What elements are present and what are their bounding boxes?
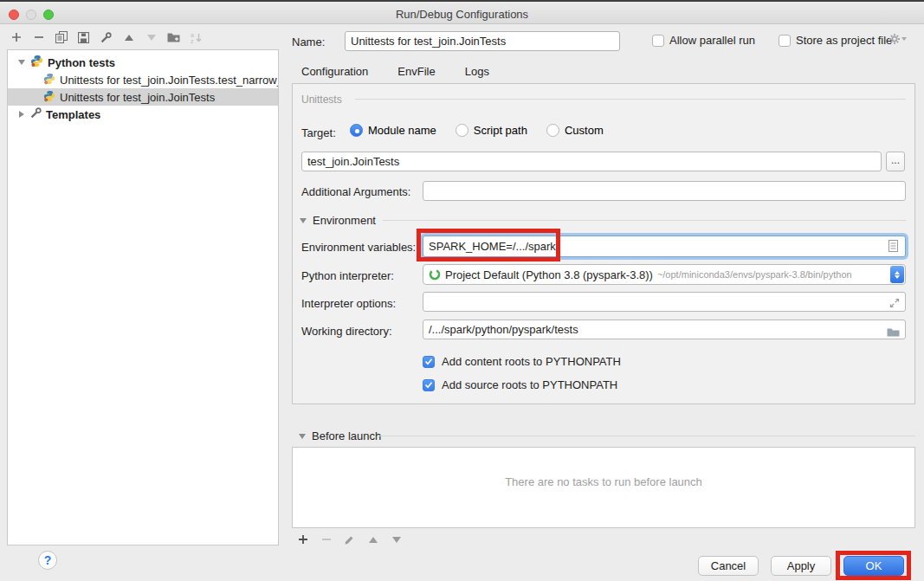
interpreter-options-input[interactable] bbox=[423, 292, 906, 312]
ok-button[interactable]: OK bbox=[843, 556, 904, 576]
module-name-input[interactable] bbox=[301, 152, 882, 171]
add-source-roots-label: Add source roots to PYTHONPATH bbox=[442, 378, 617, 391]
remove-configuration-icon[interactable] bbox=[31, 29, 46, 45]
tree-item-templates[interactable]: Templates bbox=[8, 106, 278, 123]
radio-button[interactable] bbox=[350, 124, 363, 137]
collapse-triangle-icon[interactable] bbox=[299, 434, 306, 439]
before-launch-toolbar bbox=[295, 532, 404, 547]
radio-label: Script path bbox=[474, 124, 527, 137]
environment-variables-input[interactable] bbox=[423, 236, 906, 257]
copy-configuration-icon[interactable] bbox=[54, 29, 68, 45]
radio-label: Module name bbox=[368, 124, 436, 137]
working-directory-input[interactable] bbox=[423, 320, 906, 339]
checkbox-box[interactable] bbox=[652, 35, 664, 47]
move-down-icon[interactable] bbox=[144, 29, 158, 45]
add-content-roots-label: Add content roots to PYTHONPATH bbox=[442, 355, 621, 368]
radio-module-name[interactable]: Module name bbox=[350, 124, 436, 137]
radio-custom[interactable]: Custom bbox=[546, 124, 604, 137]
collapse-arrow-icon[interactable] bbox=[18, 60, 25, 65]
folder-icon[interactable] bbox=[887, 325, 900, 340]
environment-variables-label: Environment variables: bbox=[301, 241, 416, 254]
window-title: Run/Debug Configurations bbox=[0, 8, 924, 21]
title-bar: Run/Debug Configurations bbox=[0, 3, 924, 24]
collapse-triangle-icon[interactable] bbox=[300, 218, 307, 223]
tree-item-label: Templates bbox=[46, 108, 100, 121]
before-launch-label: Before launch bbox=[312, 429, 381, 442]
checkbox-box[interactable] bbox=[779, 35, 791, 47]
radio-button[interactable] bbox=[546, 124, 559, 137]
interpreter-options-label: Interpreter options: bbox=[301, 297, 396, 310]
additional-arguments-label: Additional Arguments: bbox=[301, 185, 410, 198]
chevron-down-icon bbox=[901, 37, 907, 41]
radio-label: Custom bbox=[565, 124, 604, 137]
divider bbox=[355, 99, 906, 100]
conda-ring-icon bbox=[429, 268, 441, 281]
add-source-roots-checkbox[interactable]: Add source roots to PYTHONPATH bbox=[423, 378, 617, 391]
name-label: Name: bbox=[292, 36, 325, 48]
tree-item-label: Python tests bbox=[48, 56, 115, 69]
gear-icon bbox=[888, 33, 901, 45]
name-input[interactable] bbox=[345, 31, 620, 51]
python-interpreter-label: Python interpreter: bbox=[301, 269, 394, 282]
sort-alphabetically-icon[interactable]: az bbox=[189, 29, 204, 45]
store-as-project-file-label: Store as project file bbox=[796, 34, 892, 47]
checkbox-checked-box[interactable] bbox=[423, 379, 435, 391]
configurations-toolbar: az bbox=[9, 29, 204, 47]
before-launch-task-list: There are no tasks to run before launch bbox=[292, 447, 915, 528]
target-label: Target: bbox=[301, 126, 336, 139]
cancel-button[interactable]: Cancel bbox=[698, 556, 759, 576]
working-directory-label: Working directory: bbox=[301, 325, 392, 338]
save-configuration-icon[interactable] bbox=[76, 29, 91, 45]
select-stepper-icon[interactable] bbox=[890, 266, 904, 283]
before-launch-empty-text: There are no tasks to run before launch bbox=[293, 475, 914, 488]
add-task-icon[interactable] bbox=[295, 532, 310, 547]
allow-parallel-run-label: Allow parallel run bbox=[669, 34, 755, 47]
svg-text:z: z bbox=[191, 38, 194, 43]
browse-module-button[interactable]: ... bbox=[886, 152, 905, 171]
target-radio-group: Module name Script path Custom bbox=[350, 124, 616, 137]
tree-item-test-narrow[interactable]: Unittests for test_join.JoinTests.test_n… bbox=[8, 71, 278, 88]
run-debug-configurations-dialog: Run/Debug Configurations az Python tests bbox=[0, 0, 924, 581]
allow-parallel-run-checkbox[interactable]: Allow parallel run bbox=[652, 34, 755, 47]
environment-group-label: Environment bbox=[313, 214, 376, 227]
expand-arrow-icon[interactable] bbox=[19, 111, 24, 118]
divider bbox=[378, 436, 915, 436]
configurations-tree: Python tests Unittests for test_join.Joi… bbox=[7, 49, 279, 545]
divider bbox=[383, 220, 906, 221]
radio-script-path[interactable]: Script path bbox=[456, 124, 527, 137]
configuration-panel: Unittests Target: Module name Script pat… bbox=[292, 83, 915, 404]
env-list-icon[interactable] bbox=[888, 240, 898, 255]
edit-templates-wrench-icon[interactable] bbox=[99, 29, 113, 45]
tree-item-python-tests[interactable]: Python tests bbox=[8, 54, 278, 71]
apply-button[interactable]: Apply bbox=[771, 556, 831, 576]
tree-item-label: Unittests for test_join.JoinTests bbox=[60, 91, 215, 104]
move-task-up-icon[interactable] bbox=[365, 532, 380, 547]
store-as-project-file-checkbox[interactable]: Store as project file bbox=[779, 34, 892, 47]
python-interpreter-path: ~/opt/miniconda3/envs/pyspark-3.8/bin/py… bbox=[657, 269, 905, 280]
new-folder-icon[interactable] bbox=[166, 29, 181, 45]
python-tests-icon bbox=[43, 90, 55, 105]
help-button[interactable]: ? bbox=[38, 551, 57, 570]
edit-task-pencil-icon[interactable] bbox=[342, 532, 357, 547]
unittests-group-label: Unittests bbox=[301, 94, 342, 106]
python-tests-icon bbox=[43, 73, 55, 87]
python-interpreter-select[interactable]: Project Default (Python 3.8 (pyspark-3.8… bbox=[423, 264, 906, 285]
expand-field-icon[interactable] bbox=[889, 296, 900, 312]
radio-button[interactable] bbox=[456, 124, 468, 137]
tree-item-jointests-selected[interactable]: Unittests for test_join.JoinTests bbox=[8, 88, 278, 106]
environment-section-header[interactable]: Environment bbox=[300, 214, 376, 227]
move-task-down-icon[interactable] bbox=[389, 532, 404, 547]
additional-arguments-input[interactable] bbox=[423, 181, 906, 201]
python-interpreter-value: Project Default (Python 3.8 (pyspark-3.8… bbox=[445, 268, 653, 281]
tree-item-label: Unittests for test_join.JoinTests.test_n… bbox=[60, 74, 279, 87]
checkbox-checked-box[interactable] bbox=[423, 356, 435, 368]
add-content-roots-checkbox[interactable]: Add content roots to PYTHONPATH bbox=[423, 355, 621, 368]
store-options-gear[interactable] bbox=[888, 33, 907, 45]
move-up-icon[interactable] bbox=[121, 29, 136, 45]
python-tests-icon bbox=[30, 55, 43, 70]
wrench-icon bbox=[30, 107, 42, 121]
remove-task-icon[interactable] bbox=[319, 532, 333, 547]
before-launch-section-header[interactable]: Before launch bbox=[299, 429, 381, 442]
add-configuration-icon[interactable] bbox=[9, 29, 23, 45]
svg-text:a: a bbox=[191, 32, 194, 38]
